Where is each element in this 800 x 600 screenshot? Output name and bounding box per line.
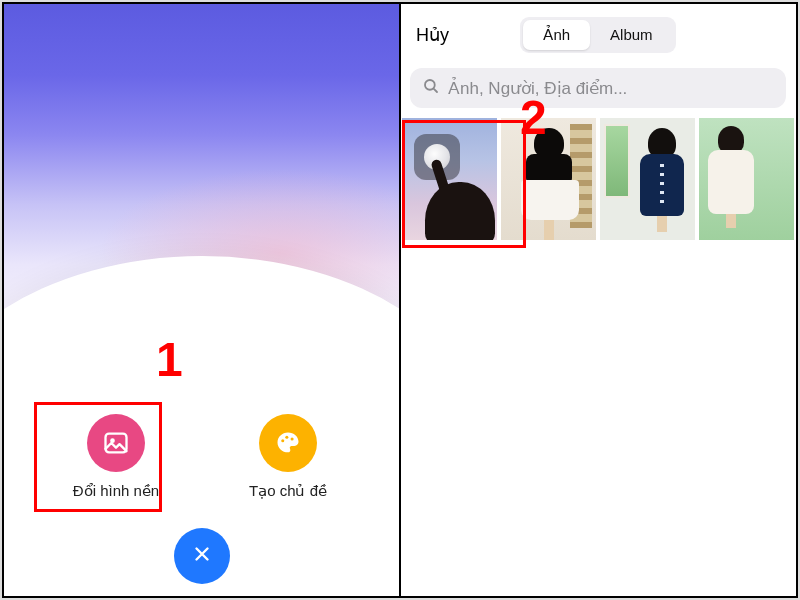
svg-point-3: [285, 436, 288, 439]
search-input[interactable]: Ảnh, Người, Địa điểm...: [410, 68, 786, 108]
create-theme-label: Tạo chủ đề: [249, 482, 327, 500]
create-theme-button[interactable]: Tạo chủ đề: [228, 414, 348, 500]
tab-photos[interactable]: Ảnh: [523, 20, 590, 50]
annotation-box-1: [34, 402, 162, 512]
search-icon: [422, 77, 440, 100]
annotation-step-2: 2: [520, 94, 547, 142]
photo-thumb-4[interactable]: [699, 118, 794, 240]
annotation-step-1: 1: [156, 336, 183, 384]
photo-thumb-3[interactable]: [600, 118, 695, 240]
left-pane-chat-theme: Đổi hình nền Tạo chủ đề: [4, 4, 400, 596]
pane-divider: [399, 4, 401, 596]
segmented-control: Ảnh Album: [520, 17, 675, 53]
svg-point-4: [291, 437, 294, 440]
tab-albums[interactable]: Album: [590, 20, 673, 50]
annotation-box-2: [402, 120, 526, 248]
right-pane-photo-picker: Hủy Ảnh Album Ảnh, Người, Địa điểm...: [400, 4, 796, 596]
close-icon: [191, 543, 213, 569]
cancel-button[interactable]: Hủy: [416, 24, 449, 46]
tutorial-frame: Đổi hình nền Tạo chủ đề: [2, 2, 798, 598]
close-sheet-button[interactable]: [174, 528, 230, 584]
picker-header: Hủy Ảnh Album: [400, 4, 796, 66]
svg-point-2: [281, 439, 284, 442]
palette-icon: [259, 414, 317, 472]
